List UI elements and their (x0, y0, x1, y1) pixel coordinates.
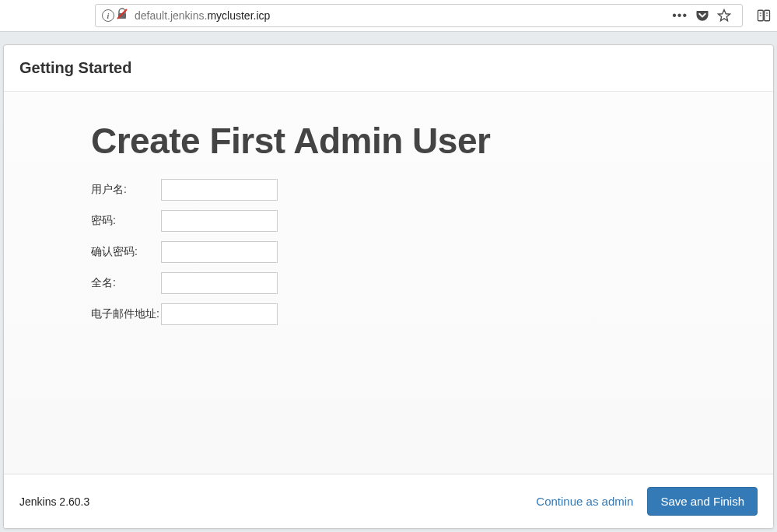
fullname-label: 全名: (91, 276, 159, 290)
form-row-email: 电子邮件地址: (91, 303, 773, 325)
fullname-input[interactable] (161, 272, 278, 294)
url-bar[interactable]: i default.jenkins.mycluster.icp ••• (95, 4, 743, 27)
form-row-fullname: 全名: (91, 272, 773, 294)
url-security-icons: i (102, 8, 128, 23)
username-label: 用户名: (91, 183, 159, 197)
reader-view-icon[interactable] (757, 9, 771, 23)
password-label: 密码: (91, 214, 159, 228)
page-title: Getting Started (19, 59, 758, 77)
email-label: 电子邮件地址: (91, 307, 159, 321)
bookmark-star-icon[interactable] (717, 9, 731, 23)
form-row-username: 用户名: (91, 179, 773, 201)
footer-actions: Continue as admin Save and Finish (536, 487, 758, 516)
panel-header: Getting Started (4, 45, 773, 92)
url-grey-part: default.jenkins. (135, 9, 207, 22)
form-row-password: 密码: (91, 210, 773, 232)
url-bar-right-icons: ••• (667, 9, 736, 23)
continue-as-admin-link[interactable]: Continue as admin (536, 495, 633, 508)
jenkins-setup-panel: Getting Started Create First Admin User … (3, 44, 774, 529)
pocket-icon[interactable] (695, 9, 709, 23)
panel-footer: Jenkins 2.60.3 Continue as admin Save an… (4, 474, 773, 528)
username-input[interactable] (161, 179, 278, 201)
save-and-finish-button[interactable]: Save and Finish (647, 487, 758, 516)
insecure-connection-icon (116, 8, 128, 23)
main-heading: Create First Admin User (91, 120, 773, 162)
password-input[interactable] (161, 210, 278, 232)
page-content-area: Getting Started Create First Admin User … (0, 32, 777, 532)
jenkins-version: Jenkins 2.60.3 (19, 495, 89, 508)
page-actions-icon[interactable]: ••• (672, 9, 688, 23)
email-input[interactable] (161, 303, 278, 325)
info-icon[interactable]: i (102, 9, 114, 22)
form-row-confirm-password: 确认密码: (91, 241, 773, 263)
browser-address-bar: i default.jenkins.mycluster.icp ••• (0, 0, 777, 32)
confirm-password-input[interactable] (161, 241, 278, 263)
confirm-password-label: 确认密码: (91, 245, 159, 259)
url-text: default.jenkins.mycluster.icp (135, 9, 270, 22)
panel-body: Create First Admin User 用户名: 密码: 确认密码: 全… (4, 92, 773, 474)
url-dark-part: mycluster.icp (207, 9, 270, 22)
